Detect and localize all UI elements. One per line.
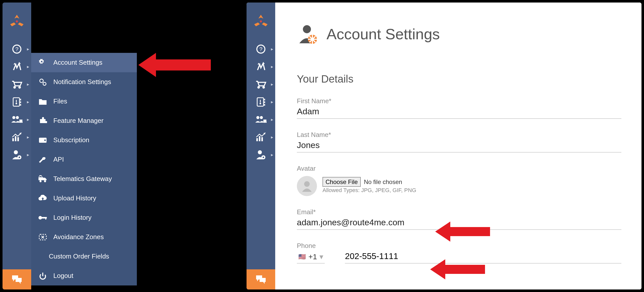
- flyout-item-label: Files: [53, 97, 67, 105]
- avatar-field: Avatar Choose File No file chosen Allowe…: [297, 165, 621, 196]
- chevron-down-icon: ▾: [319, 252, 323, 261]
- nav-address-book[interactable]: ▸: [3, 93, 31, 111]
- chevron-right-icon: ▸: [27, 134, 29, 140]
- svg-point-27: [44, 180, 46, 182]
- nav-help[interactable]: ? ▸: [3, 40, 31, 58]
- flyout-item-label: Login History: [53, 214, 92, 222]
- nav-rail: ? ▸ ▸ ▸ ▸ ▸ ▸: [3, 3, 31, 289]
- svg-rect-25: [38, 177, 43, 180]
- svg-point-47: [264, 121, 265, 123]
- svg-point-20: [19, 157, 20, 158]
- svg-point-52: [258, 150, 262, 154]
- gear-icon: [38, 58, 48, 68]
- allowed-types-text: Allowed Types: JPG, JPEG, GIF, PNG: [323, 187, 416, 194]
- svg-rect-6: [20, 99, 21, 100]
- flyout-item-label: Feature Manager: [53, 117, 103, 125]
- flyout-login-history[interactable]: Login History: [31, 208, 137, 227]
- page-title-text: Account Settings: [327, 25, 440, 43]
- svg-point-43: [260, 103, 261, 104]
- chevron-right-icon: ▸: [271, 134, 273, 140]
- right-panel: ?▸ ▸ ▸ ▸ ▸ ▸ ▸ Account Settings Your Det…: [247, 3, 641, 289]
- flyout-upload-history[interactable]: Upload History: [31, 189, 137, 208]
- account-settings-icon: [297, 23, 319, 45]
- chevron-right-icon: ▸: [271, 99, 273, 105]
- avatar-placeholder-icon: [297, 176, 317, 196]
- svg-point-11: [16, 116, 19, 119]
- flyout-feature-manager[interactable]: Feature Manager: [31, 111, 137, 130]
- svg-rect-49: [256, 138, 258, 141]
- chevron-right-icon: ▸: [271, 82, 273, 87]
- svg-rect-8: [20, 104, 21, 105]
- flyout-logout[interactable]: Logout: [31, 266, 137, 285]
- nav-account[interactable]: ▸: [247, 146, 275, 164]
- flyout-telematics[interactable]: Telematics Gateway: [31, 169, 137, 189]
- phone-field: Phone 🇺🇸 +1 ▾ 202-555-1111: [297, 242, 621, 264]
- nav-analytics[interactable]: ▸: [247, 128, 275, 146]
- flyout-custom-order-fields[interactable]: Custom Order Fields: [31, 247, 137, 266]
- flyout-notification-settings[interactable]: Notification Settings: [31, 72, 137, 92]
- flyout-api[interactable]: API: [31, 150, 137, 169]
- svg-rect-16: [15, 136, 16, 141]
- flyout-item-label: Upload History: [53, 194, 96, 202]
- flyout-account-settings[interactable]: Account Settings: [31, 53, 137, 72]
- phone-cc-text: +1: [308, 252, 317, 261]
- flyout-item-label: Logout: [53, 272, 73, 280]
- svg-rect-51: [261, 137, 263, 141]
- svg-point-54: [263, 157, 264, 158]
- svg-point-45: [260, 116, 263, 119]
- chevron-right-icon: ▸: [27, 99, 29, 105]
- svg-point-55: [303, 25, 311, 33]
- flyout-item-label: Subscription: [53, 136, 89, 144]
- nav-team[interactable]: ▸: [247, 111, 275, 128]
- last-name-field: Last Name* Jones: [297, 131, 621, 153]
- nav-routes[interactable]: ▸: [247, 58, 275, 76]
- chevron-right-icon: ▸: [27, 82, 29, 87]
- svg-point-34: [260, 20, 262, 22]
- nav-orders[interactable]: ▸: [3, 76, 31, 93]
- svg-point-18: [14, 150, 18, 154]
- svg-point-3: [13, 86, 16, 89]
- no-file-text: No file chosen: [364, 178, 402, 185]
- svg-rect-30: [45, 217, 46, 220]
- flyout-item-label: API: [53, 156, 64, 163]
- nav-analytics[interactable]: ▸: [3, 128, 31, 146]
- puzzle-icon: [38, 116, 48, 126]
- first-name-input[interactable]: Adam: [297, 105, 621, 119]
- nav-chat[interactable]: [3, 269, 31, 289]
- phone-country-select[interactable]: 🇺🇸 +1 ▾: [297, 251, 325, 264]
- svg-point-0: [16, 20, 18, 22]
- flyout-avoidance-zones[interactable]: Avoidance Zones: [31, 227, 137, 247]
- truck-icon: [38, 174, 48, 184]
- flyout-subscription[interactable]: Subscription: [31, 130, 137, 150]
- nav-account[interactable]: ▸: [3, 146, 31, 164]
- nav-chat[interactable]: [247, 269, 275, 289]
- flyout-item-label: Account Settings: [53, 59, 102, 66]
- chevron-right-icon: ▸: [27, 46, 29, 52]
- logo-icon: [3, 3, 31, 40]
- flyout-item-label: Custom Order Fields: [49, 252, 109, 260]
- svg-point-62: [304, 181, 310, 187]
- nav-orders[interactable]: ▸: [247, 76, 275, 93]
- flag-us-icon: 🇺🇸: [298, 253, 306, 260]
- svg-point-37: [257, 86, 260, 89]
- svg-text:?: ?: [259, 46, 262, 52]
- chevron-right-icon: ▸: [27, 117, 29, 122]
- last-name-input[interactable]: Jones: [297, 139, 621, 153]
- svg-point-48: [265, 121, 267, 123]
- account-flyout: Account Settings Notification Settings F…: [31, 53, 137, 285]
- email-field: Email* adam.jones@route4me.com: [297, 208, 621, 230]
- nav-address-book[interactable]: ▸: [247, 93, 275, 111]
- svg-rect-7: [20, 101, 21, 103]
- svg-rect-41: [264, 101, 265, 103]
- flyout-files[interactable]: Files: [31, 92, 137, 111]
- phone-label: Phone: [297, 242, 621, 250]
- page-title: Account Settings: [297, 23, 621, 45]
- nav-team[interactable]: ▸: [3, 111, 31, 128]
- phone-input[interactable]: 202-555-1111: [345, 250, 621, 264]
- chevron-right-icon: ▸: [271, 117, 273, 122]
- svg-point-14: [21, 121, 23, 123]
- choose-file-button[interactable]: Choose File: [323, 177, 361, 187]
- nav-help[interactable]: ?▸: [247, 40, 275, 58]
- svg-point-13: [20, 121, 21, 123]
- nav-routes[interactable]: ▸: [3, 58, 31, 76]
